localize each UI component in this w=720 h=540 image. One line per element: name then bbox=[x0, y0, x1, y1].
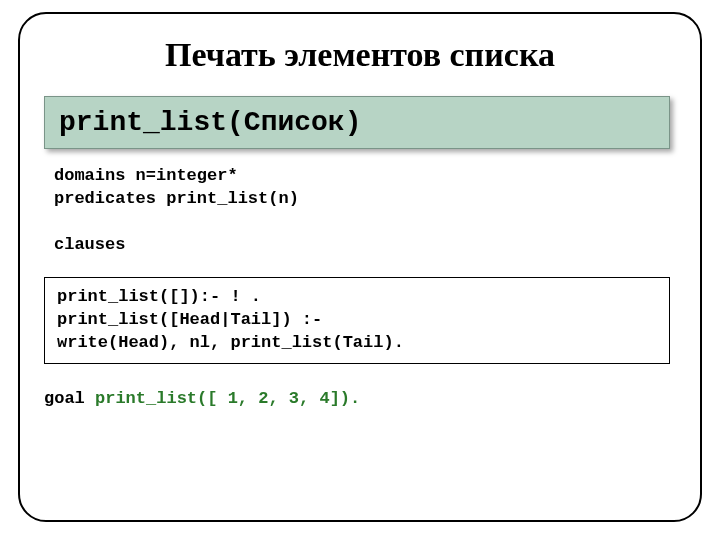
goal-line: goal print_list([ 1, 2, 3, 4]). bbox=[44, 388, 384, 411]
goal-keyword: goal bbox=[44, 389, 95, 408]
code-text: print_list([]):- ! . print_list([Head|Ta… bbox=[57, 286, 657, 355]
goal-call: print_list([ 1, 2, 3, 4]). bbox=[95, 389, 360, 408]
predicate-header-text: print_list(Список) bbox=[59, 107, 361, 138]
slide-frame: Печать элементов списка print_list(Списо… bbox=[18, 12, 702, 522]
predicate-header-box: print_list(Список) bbox=[44, 96, 670, 149]
page-title: Печать элементов списка bbox=[44, 36, 676, 74]
declarations-block: domains n=integer* predicates print_list… bbox=[54, 165, 676, 257]
code-box: print_list([]):- ! . print_list([Head|Ta… bbox=[44, 277, 670, 364]
